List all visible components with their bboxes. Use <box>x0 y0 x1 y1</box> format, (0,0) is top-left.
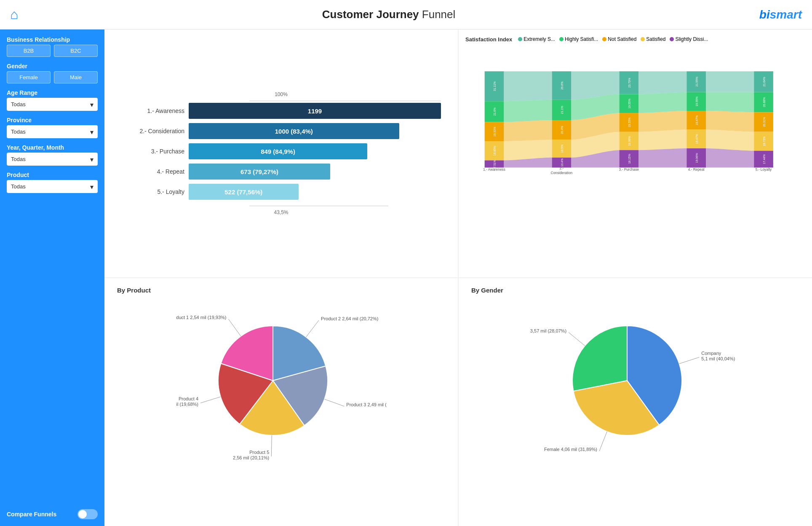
svg-text:18.15%: 18.15% <box>628 154 631 164</box>
year-select[interactable]: Todas <box>7 153 98 166</box>
province-section: Province Todas <box>7 117 98 138</box>
province-select[interactable]: Todas <box>7 125 98 138</box>
b2b-button[interactable]: B2B <box>7 45 51 57</box>
header: ⌂ Customer Journey Funnel bismart <box>0 0 812 30</box>
svg-line-71 <box>599 432 606 451</box>
svg-text:19.55%: 19.55% <box>628 118 631 127</box>
svg-text:19.73%: 19.73% <box>763 137 766 146</box>
svg-text:Product 3 2,49 mil (19,55%): Product 3 2,49 mil (19,55%) <box>346 402 387 407</box>
funnel-bottom-label: 43,5% <box>121 209 441 215</box>
funnel-bar: 1199 <box>189 103 441 119</box>
svg-line-66 <box>228 319 240 336</box>
funnel-row: 3.- Purchase 849 (84,9%) <box>121 143 441 159</box>
female-button[interactable]: Female <box>7 71 51 83</box>
male-button[interactable]: Male <box>54 71 98 83</box>
svg-text:5,1 mil (40,04%): 5,1 mil (40,04%) <box>701 356 735 361</box>
svg-text:18.5%: 18.5% <box>561 145 564 153</box>
compare-funnels-section: Compare Funnels <box>7 509 98 519</box>
product-select[interactable]: Todas <box>7 180 98 193</box>
by-gender-pie-svg: Company5,1 mil (40,04%)Female 4,06 mil (… <box>530 301 741 461</box>
sankey-svg-wrap: 31.11%21.6%19.93%19.85%7.51%1.- Awarenes… <box>465 47 805 199</box>
funnel-step-label: 1.- Awareness <box>121 107 184 114</box>
legend-dot <box>670 37 674 41</box>
province-select-wrap: Todas <box>7 125 98 138</box>
gender-buttons: Female Male <box>7 71 98 83</box>
by-gender-chart-wrap: Company5,1 mil (40,04%)Female 4,06 mil (… <box>471 301 799 461</box>
funnel-bar-wrap: 849 (84,9%) <box>189 143 441 159</box>
funnel-step-label: 4.- Repeat <box>121 168 184 175</box>
legend-dot <box>602 37 606 41</box>
svg-text:Consideration: Consideration <box>551 171 573 175</box>
funnel-bar-wrap: 673 (79,27%) <box>189 164 441 180</box>
legend-item: Highly Satisfi... <box>559 36 598 42</box>
b2c-button[interactable]: B2C <box>54 45 98 57</box>
main-layout: Business Relationship B2B B2C Gender Fem… <box>0 30 812 526</box>
by-product-title: By Product <box>117 287 445 294</box>
by-product-pie-svg: Product 2 2,64 mil (20,72%)Product 3 2,4… <box>176 301 387 461</box>
funnel-bar: 673 (79,27%) <box>189 164 330 180</box>
svg-text:19.96%: 19.96% <box>695 153 698 163</box>
by-product-chart-wrap: Product 2 2,64 mil (20,72%)Product 3 2,4… <box>117 301 445 461</box>
svg-text:10.4%: 10.4% <box>561 158 564 166</box>
compare-funnels-label: Compare Funnels <box>7 511 56 518</box>
content-grid: 100% 1.- Awareness 1199 2.- Consideratio… <box>104 30 812 526</box>
business-relationship-buttons: B2B B2C <box>7 45 98 57</box>
product-section: Product Todas <box>7 172 98 193</box>
by-gender-title: By Gender <box>471 287 799 294</box>
funnel-bar-wrap: 1000 (83,4%) <box>189 123 441 139</box>
funnel-row: 4.- Repeat 673 (79,27%) <box>121 164 441 180</box>
funnel-top-divider <box>249 101 441 101</box>
svg-text:2,51 mil (19,68%): 2,51 mil (19,68%) <box>176 402 198 407</box>
svg-text:Female 4,06 mil (31,89%): Female 4,06 mil (31,89%) <box>544 447 597 452</box>
svg-line-63 <box>200 397 221 403</box>
svg-text:20.31%: 20.31% <box>763 117 766 127</box>
logo: bismart <box>759 8 802 21</box>
sankey-legend: Satisfaction Index Extremely S...Highly … <box>465 36 805 43</box>
svg-text:23.79%: 23.79% <box>628 78 631 88</box>
sankey-panel: Satisfaction Index Extremely S...Highly … <box>459 30 812 277</box>
svg-text:19.93%: 19.93% <box>493 127 496 137</box>
home-icon[interactable]: ⌂ <box>10 7 18 22</box>
page-title: Customer Journey Funnel <box>322 8 455 21</box>
age-range-select[interactable]: Todas <box>7 98 98 111</box>
svg-text:19.85%: 19.85% <box>493 146 496 156</box>
product-select-wrap: Todas <box>7 180 98 193</box>
svg-text:20.4%: 20.4% <box>561 126 564 134</box>
funnel-row: 2.- Consideration 1000 (83,4%) <box>121 123 441 139</box>
by-gender-panel: By Gender Company5,1 mil (40,04%)Female … <box>459 278 812 526</box>
funnel-bar: 1000 (83,4%) <box>189 123 399 139</box>
by-product-panel: By Product Product 2 2,64 mil (20,72%)Pr… <box>104 278 458 526</box>
svg-text:29.6%: 29.6% <box>561 81 564 89</box>
sankey-svg: 31.11%21.6%19.93%19.85%7.51%1.- Awarenes… <box>465 47 805 199</box>
svg-text:31.11%: 31.11% <box>493 81 496 91</box>
svg-text:21.55%: 21.55% <box>695 77 698 86</box>
funnel-rows: 1.- Awareness 1199 2.- Consideration 100… <box>121 103 441 204</box>
funnel-bar-wrap: 522 (77,56%) <box>189 184 441 200</box>
year-section: Year, Quarter, Month Todas <box>7 144 98 166</box>
svg-text:3.- Purchase: 3.- Purchase <box>619 167 639 172</box>
age-range-select-wrap: Todas <box>7 98 98 111</box>
legend-item: Satisfied <box>641 36 665 42</box>
year-select-wrap: Todas <box>7 153 98 166</box>
toggle-slider <box>77 509 98 519</box>
svg-text:19.47%: 19.47% <box>695 115 698 125</box>
funnel-row: 1.- Awareness 1199 <box>121 103 441 119</box>
svg-text:Company: Company <box>701 351 721 356</box>
svg-line-68 <box>679 357 699 364</box>
svg-text:Product 4: Product 4 <box>178 396 198 401</box>
svg-text:Product 2 2,64 mil (20,72%): Product 2 2,64 mil (20,72%) <box>321 316 378 321</box>
svg-text:7.51%: 7.51% <box>493 160 496 168</box>
compare-funnels-toggle[interactable] <box>77 509 98 519</box>
gender-section: Gender Female Male <box>7 63 98 83</box>
svg-text:21.1%: 21.1% <box>561 106 564 114</box>
svg-text:19.55%: 19.55% <box>628 99 631 108</box>
legend-dot <box>518 37 522 41</box>
funnel-bottom-divider <box>249 206 388 206</box>
funnel-bar: 522 (77,56%) <box>189 184 299 200</box>
svg-line-60 <box>271 435 272 456</box>
funnel-panel: 100% 1.- Awareness 1199 2.- Consideratio… <box>104 30 458 277</box>
business-relationship-label: Business Relationship <box>7 36 98 43</box>
legend-item: Slightly Dissi... <box>670 36 708 42</box>
business-relationship-section: Business Relationship B2B B2C <box>7 36 98 57</box>
svg-line-56 <box>306 320 318 337</box>
